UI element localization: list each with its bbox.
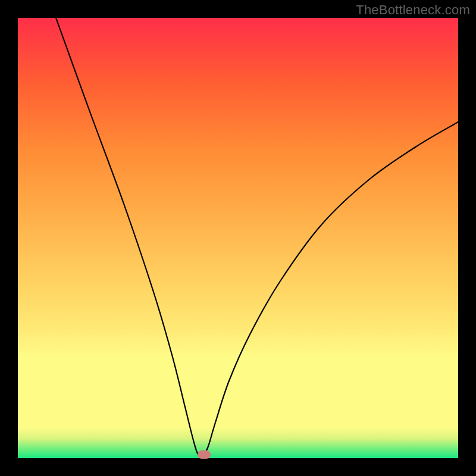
bottleneck-curve-path xyxy=(56,18,458,456)
optimum-marker xyxy=(198,450,211,459)
figure-root: TheBottleneck.com xyxy=(0,0,476,476)
watermark-text: TheBottleneck.com xyxy=(356,2,470,18)
plot-area xyxy=(18,18,458,458)
curve-layer xyxy=(18,18,458,458)
